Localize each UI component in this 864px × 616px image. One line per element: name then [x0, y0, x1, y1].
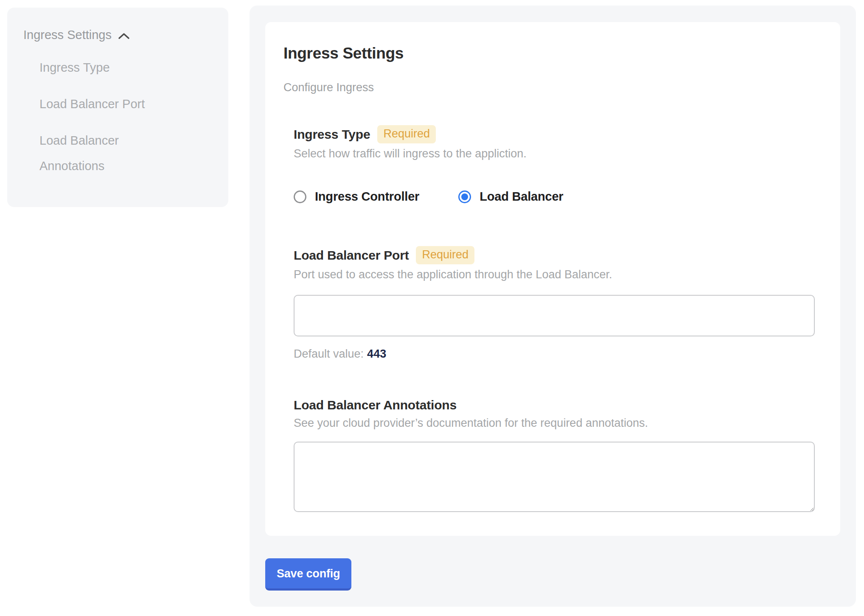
radio-selected-icon[interactable] — [458, 190, 471, 203]
section-ingress-type: Ingress Type Required Select how traffic… — [294, 125, 815, 204]
section-header: Ingress Type Required — [294, 125, 815, 143]
form-sections: Ingress Type Required Select how traffic… — [294, 125, 815, 512]
settings-nav-sidebar: Ingress Settings Ingress Type Load Balan… — [7, 8, 228, 207]
ingress-settings-card: Ingress Settings Configure Ingress Ingre… — [265, 22, 840, 536]
sidebar-item-load-balancer-port[interactable]: Load Balancer Port — [39, 91, 167, 117]
main-panel: Ingress Settings Configure Ingress Ingre… — [250, 6, 856, 607]
section-header: Load Balancer Port Required — [294, 246, 815, 264]
field-label-ingress-type: Ingress Type — [294, 127, 370, 142]
sidebar-item-list: Ingress Type Load Balancer Port Load Bal… — [39, 55, 167, 179]
required-badge: Required — [377, 125, 436, 143]
page-title: Ingress Settings — [283, 45, 815, 62]
field-description-load-balancer-port: Port used to access the application thro… — [294, 268, 815, 281]
default-value-label: Default value: — [294, 347, 364, 360]
required-badge: Required — [416, 246, 474, 264]
load-balancer-port-input[interactable] — [294, 295, 815, 336]
default-value-line: Default value:443 — [294, 347, 815, 361]
section-load-balancer-port: Load Balancer Port Required Port used to… — [294, 246, 815, 361]
ingress-type-radio-group: Ingress Controller Load Balancer — [294, 190, 815, 204]
default-value: 443 — [367, 347, 386, 360]
page-subtitle: Configure Ingress — [283, 81, 815, 94]
radio-option-ingress-controller[interactable]: Ingress Controller — [294, 190, 419, 204]
section-header: Load Balancer Annotations — [294, 398, 815, 412]
sidebar-item-load-balancer-annotations[interactable]: Load Balancer Annotations — [39, 128, 167, 179]
radio-unselected-icon[interactable] — [294, 190, 306, 203]
field-description-load-balancer-annotations: See your cloud provider’s documentation … — [294, 417, 815, 430]
radio-option-label: Load Balancer — [480, 190, 563, 204]
sidebar-group-label: Ingress Settings — [23, 28, 112, 42]
section-load-balancer-annotations: Load Balancer Annotations See your cloud… — [294, 398, 815, 512]
field-label-load-balancer-annotations: Load Balancer Annotations — [294, 398, 457, 412]
sidebar-item-ingress-type[interactable]: Ingress Type — [39, 55, 167, 80]
field-label-load-balancer-port: Load Balancer Port — [294, 248, 409, 263]
sidebar-group-ingress-settings[interactable]: Ingress Settings — [23, 28, 216, 42]
save-config-button[interactable]: Save config — [265, 558, 351, 591]
load-balancer-annotations-textarea[interactable] — [294, 442, 815, 512]
radio-option-load-balancer[interactable]: Load Balancer — [458, 190, 563, 204]
chevron-up-icon — [118, 32, 130, 40]
radio-option-label: Ingress Controller — [315, 190, 419, 204]
field-description-ingress-type: Select how traffic will ingress to the a… — [294, 147, 815, 160]
